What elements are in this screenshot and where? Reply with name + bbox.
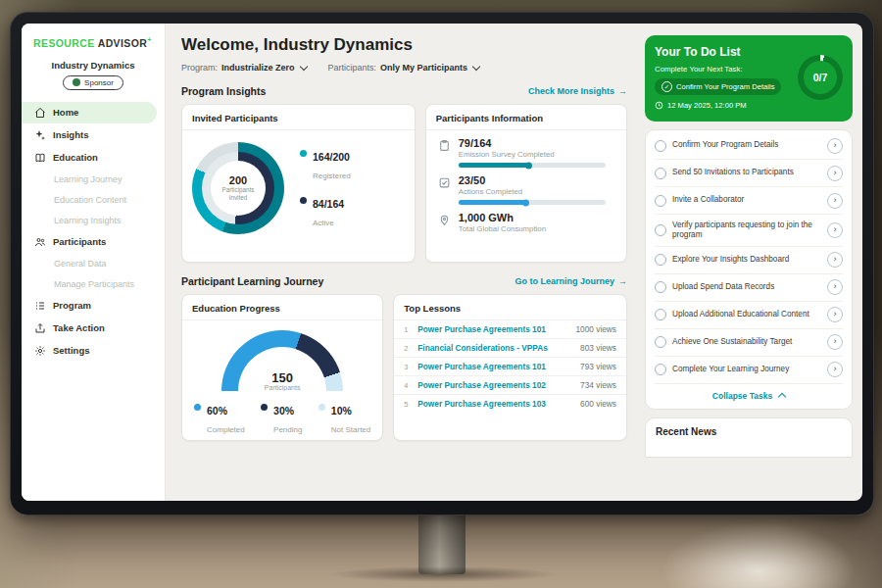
- sidebar-item-program[interactable]: Program: [22, 295, 157, 317]
- sidebar-item-label: Insights: [53, 129, 88, 140]
- participants-information-card: Participants Information 79/164 Emission…: [425, 104, 627, 263]
- sidebar-item-label: Learning Journey: [54, 174, 122, 184]
- lesson-link[interactable]: Power Purchase Agreements 101: [417, 324, 569, 334]
- task-checkbox[interactable]: [655, 336, 666, 348]
- lesson-link[interactable]: Financial Considerations - VPPAs: [417, 343, 574, 353]
- task-label: Complete Your Learning Journey: [672, 365, 821, 374]
- chevron-right-icon[interactable]: ›: [827, 166, 843, 181]
- link-label: Go to Learning Journey: [514, 276, 614, 286]
- participants-value: Only My Participants: [380, 63, 467, 73]
- link-label: Check More Insights: [528, 86, 614, 96]
- chevron-right-icon[interactable]: ›: [827, 222, 843, 238]
- sidebar-item-general-data[interactable]: General Data: [22, 254, 157, 273]
- chevron-right-icon[interactable]: ›: [827, 138, 843, 154]
- task-label: Confirm Your Program Details: [672, 140, 821, 150]
- info-value: 23/50: [459, 174, 614, 186]
- info-label: Emission Survey Completed: [459, 150, 614, 159]
- lesson-link[interactable]: Power Purchase Agreements 102: [417, 380, 574, 390]
- chevron-right-icon[interactable]: ›: [827, 193, 843, 209]
- sidebar: RESOURCE ADVISOR+ Industry Dynamics Spon…: [22, 24, 166, 501]
- program-select[interactable]: Program: Industrialize Zero: [181, 63, 307, 73]
- sidebar-item-label: Participants: [53, 236, 106, 247]
- sidebar-item-learning-journey[interactable]: Learning Journey: [22, 170, 157, 189]
- gear-icon: [34, 345, 46, 357]
- legend-pending: 30% Pending: [261, 401, 302, 436]
- education-progress-card: Education Progress 150 Participants 60% …: [181, 294, 383, 441]
- card-title: Education Progress: [182, 295, 382, 320]
- participants-icon: [34, 236, 46, 248]
- invited-donut-chart: 200 Participants Invited: [192, 142, 284, 234]
- sidebar-item-settings[interactable]: Settings: [22, 340, 157, 362]
- task-item-complete-learning-journey[interactable]: Complete Your Learning Journey ›: [655, 357, 843, 384]
- insights-icon: [34, 129, 46, 141]
- program-label: Program:: [181, 63, 218, 73]
- chevron-right-icon[interactable]: ›: [827, 362, 843, 377]
- gauge-center-label: Participants: [221, 384, 343, 391]
- check-icon: ✓: [662, 81, 672, 92]
- task-item-explore-insights[interactable]: Explore Your Insights Dashboard ›: [655, 247, 843, 274]
- lesson-views: 734 views: [580, 380, 616, 390]
- task-checkbox[interactable]: [655, 254, 666, 266]
- page-title: Welcome, Industry Dynamics: [181, 35, 627, 55]
- task-checkbox[interactable]: [655, 281, 666, 293]
- legend-dot-navy: [261, 404, 268, 411]
- chevron-right-icon[interactable]: ›: [827, 252, 843, 268]
- monitor: RESOURCE ADVISOR+ Industry Dynamics Spon…: [10, 12, 874, 515]
- lesson-rank: 5: [404, 400, 412, 409]
- task-checkbox[interactable]: [655, 364, 666, 375]
- task-checkbox[interactable]: [655, 140, 666, 152]
- task-checkbox[interactable]: [655, 168, 666, 179]
- sidebar-item-education-content[interactable]: Education Content: [22, 190, 157, 210]
- todo-title: Your To Do List: [655, 45, 792, 59]
- legend-value: 164/200: [313, 151, 350, 163]
- sidebar-item-home[interactable]: Home: [22, 102, 157, 123]
- sidebar-item-participants[interactable]: Participants: [22, 231, 157, 253]
- sidebar-item-insights[interactable]: Insights: [22, 124, 157, 146]
- task-item-invite-collaborator[interactable]: Invite a Collaborator ›: [655, 187, 843, 215]
- clipboard-icon: [438, 139, 451, 152]
- legend-not-started: 10% Not Started: [318, 401, 370, 436]
- legend-dot-lightblue: [318, 404, 325, 411]
- info-row-survey: 79/164 Emission Survey Completed: [426, 130, 626, 168]
- sponsor-label: Sponsor: [84, 78, 114, 87]
- chevron-right-icon[interactable]: ›: [827, 334, 843, 350]
- task-item-upload-educational-content[interactable]: Upload Additional Educational Content ›: [655, 302, 843, 329]
- task-item-upload-spend-data[interactable]: Upload Spend Data Records ›: [655, 274, 843, 302]
- chevron-right-icon[interactable]: ›: [827, 307, 843, 322]
- task-checkbox[interactable]: [655, 195, 666, 207]
- sidebar-nav: Home Insights Education Learning Journey…: [22, 102, 165, 363]
- task-checkbox[interactable]: [655, 309, 666, 320]
- next-task-chip[interactable]: ✓ Confirm Your Program Details: [655, 78, 781, 95]
- gauge-center-value: 150: [221, 371, 343, 384]
- task-checkbox[interactable]: [655, 224, 666, 236]
- tasks-list-card: Confirm Your Program Details › Send 50 I…: [645, 129, 853, 410]
- donut-center-value: 200: [229, 174, 247, 186]
- recent-news-title: Recent News: [656, 426, 842, 437]
- legend-value: 84/164: [313, 198, 344, 210]
- chevron-right-icon[interactable]: ›: [827, 279, 843, 295]
- task-item-verify-participants[interactable]: Verify participants requesting to join t…: [655, 215, 843, 247]
- collapse-tasks-button[interactable]: Collapse Tasks: [655, 384, 843, 405]
- recent-news-card: Recent News: [645, 417, 853, 458]
- legend-dot-blue: [194, 404, 201, 411]
- task-label: Upload Spend Data Records: [672, 282, 821, 292]
- participants-select[interactable]: Participants: Only My Participants: [328, 63, 480, 73]
- org-name: Industry Dynamics: [22, 60, 165, 71]
- filters-row: Program: Industrialize Zero Participants…: [181, 63, 627, 73]
- sidebar-item-manage-participants[interactable]: Manage Participants: [22, 274, 157, 294]
- sidebar-item-label: Program: [53, 300, 91, 311]
- info-row-consumption: 1,000 GWh Total Global Consumption: [426, 205, 626, 233]
- program-list-icon: [34, 300, 46, 312]
- next-task-label: Confirm Your Program Details: [676, 82, 774, 91]
- sidebar-item-education[interactable]: Education: [22, 147, 157, 169]
- task-item-send-invitations[interactable]: Send 50 Invitations to Participants ›: [655, 160, 843, 187]
- sponsor-badge[interactable]: Sponsor: [63, 75, 123, 90]
- lesson-link[interactable]: Power Purchase Agreements 101: [417, 362, 574, 371]
- sidebar-item-take-action[interactable]: Take Action: [22, 318, 157, 339]
- task-item-confirm-program[interactable]: Confirm Your Program Details ›: [655, 132, 843, 160]
- check-more-insights-link[interactable]: Check More Insights →: [528, 86, 627, 96]
- sidebar-item-learning-insights[interactable]: Learning Insights: [22, 211, 157, 230]
- go-to-learning-journey-link[interactable]: Go to Learning Journey →: [514, 276, 627, 286]
- task-item-achieve-target[interactable]: Achieve One Sustainability Target ›: [655, 329, 843, 357]
- lesson-link[interactable]: Power Purchase Agreements 103: [417, 399, 574, 409]
